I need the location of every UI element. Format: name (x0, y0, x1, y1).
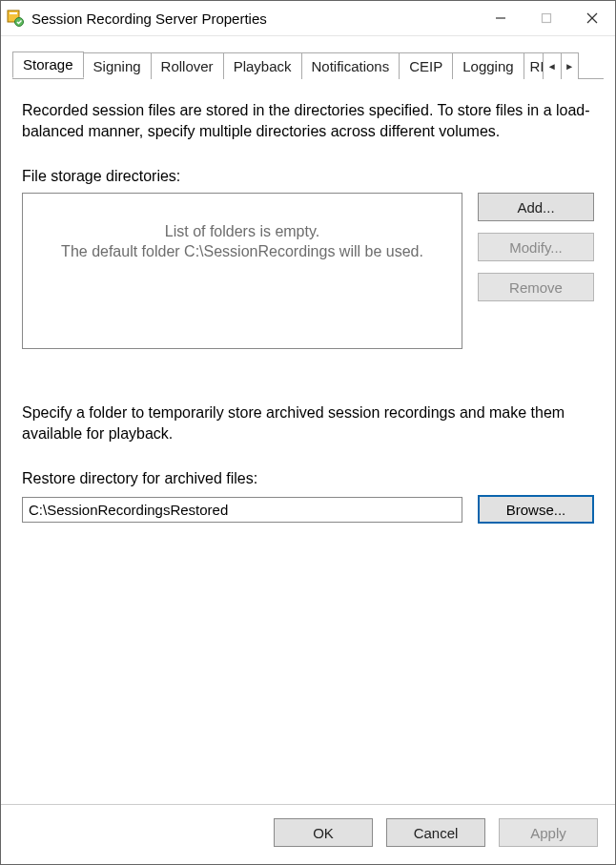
tab-storage[interactable]: Storage (12, 51, 84, 78)
dialog-footer: OK Cancel Apply (1, 804, 615, 864)
tab-logging[interactable]: Logging (452, 52, 524, 79)
ok-button[interactable]: OK (274, 818, 373, 847)
apply-button: Apply (499, 818, 598, 847)
tab-label: Rollover (161, 58, 214, 74)
tab-strip: Storage Signing Rollover Playback Notifi… (1, 36, 615, 79)
tab-scroll-left[interactable]: ◄ (544, 53, 561, 79)
tab-label: Logging (462, 58, 513, 74)
restore-label: Restore directory for archived files: (22, 470, 594, 487)
add-button[interactable]: Add... (478, 193, 594, 221)
tab-label: Playback (234, 58, 292, 74)
tab-label: CEIP (409, 58, 442, 74)
folder-list-empty-line2: The default folder C:\SessionRecordings … (61, 242, 423, 262)
tab-ceip[interactable]: CEIP (399, 52, 453, 79)
restore-description: Specify a folder to temporarily store ar… (22, 402, 594, 443)
storage-description: Recorded session files are stored in the… (22, 100, 594, 141)
file-storage-label: File storage directories: (22, 168, 594, 185)
folder-list-empty-line1: List of folders is empty. (165, 222, 319, 242)
window-controls (478, 1, 615, 35)
remove-button: Remove (478, 273, 594, 301)
tab-rollover[interactable]: Rollover (151, 52, 224, 79)
window-title: Session Recording Server Properties (31, 10, 478, 27)
svg-rect-1 (10, 12, 17, 14)
folder-list[interactable]: List of folders is empty. The default fo… (22, 193, 462, 349)
restore-directory-input[interactable] (22, 497, 462, 523)
window: Session Recording Server Properties Stor… (0, 0, 616, 865)
svg-rect-4 (543, 14, 551, 23)
close-button[interactable] (569, 1, 615, 35)
tab-rbac[interactable]: RBAC (524, 52, 544, 79)
minimize-button[interactable] (478, 1, 524, 35)
tab-label: Storage (23, 56, 73, 72)
tab-label: Signing (93, 58, 141, 74)
tab-signing[interactable]: Signing (83, 52, 152, 79)
modify-button: Modify... (478, 233, 594, 261)
tab-playback[interactable]: Playback (223, 52, 302, 79)
tab-label: Notifications (312, 58, 390, 74)
cancel-button[interactable]: Cancel (386, 818, 485, 847)
tab-notifications[interactable]: Notifications (301, 52, 400, 79)
tab-scroll: ◄ ► (543, 52, 579, 79)
svg-point-2 (15, 18, 24, 27)
app-icon (7, 10, 24, 27)
tab-scroll-right[interactable]: ► (561, 53, 578, 79)
tab-content-storage: Recorded session files are stored in the… (1, 79, 615, 804)
titlebar: Session Recording Server Properties (1, 1, 615, 36)
maximize-button (524, 1, 569, 35)
browse-button[interactable]: Browse... (478, 495, 594, 524)
